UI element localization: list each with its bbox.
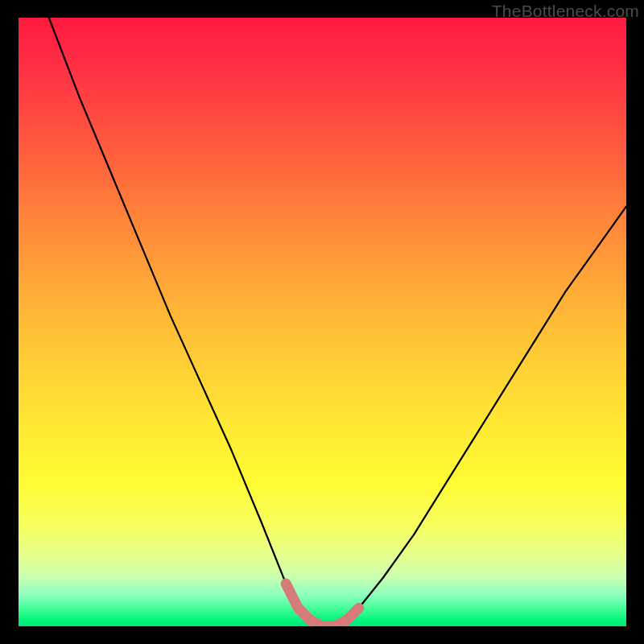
bottleneck-curve-line	[49, 18, 626, 626]
bottleneck-curve-highlight	[286, 584, 359, 626]
plot-area	[19, 18, 626, 626]
chart-frame: TheBottleneck.com	[0, 0, 644, 644]
curve-svg	[19, 18, 626, 626]
